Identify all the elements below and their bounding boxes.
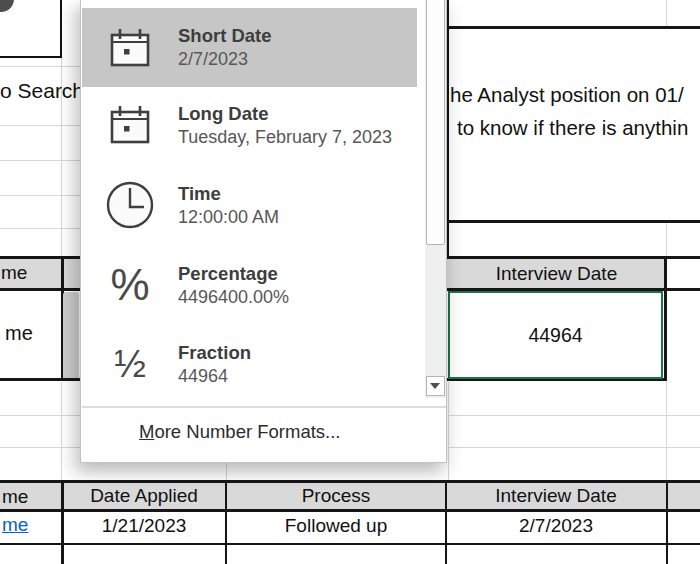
logo-blob xyxy=(0,0,14,12)
menu-item-fraction[interactable]: ½ Fraction 44964 xyxy=(82,326,417,402)
menu-item-label: Fraction xyxy=(178,343,251,363)
gridline xyxy=(0,415,80,416)
gridline xyxy=(448,415,700,416)
menu-item-short-date[interactable]: Short Date 2/7/2023 xyxy=(82,8,417,87)
gridline xyxy=(666,0,667,26)
gridline xyxy=(666,382,667,480)
note-cell-left-border xyxy=(447,0,449,257)
mid-row-name-cell[interactable]: me xyxy=(5,322,33,345)
note-cell-bottom-border xyxy=(447,220,700,223)
menu-item-example: 12:00:00 AM xyxy=(178,207,279,227)
bottom-table-row-border xyxy=(0,543,700,546)
note-cell-top-border xyxy=(447,26,700,29)
menu-item-percentage[interactable]: % Percentage 4496400.00% xyxy=(82,246,417,324)
logo-shape xyxy=(0,0,62,58)
menu-item-example: 44964 xyxy=(178,366,251,386)
bottom-header-name[interactable]: me xyxy=(2,486,28,508)
gridline xyxy=(226,462,227,480)
sheet-title-partial: o Search xyxy=(0,79,84,103)
note-cell[interactable]: he Analyst position on 01/ to know if th… xyxy=(450,78,688,144)
calendar-icon xyxy=(82,26,178,70)
menu-item-time[interactable]: Time 12:00:00 AM xyxy=(82,166,417,244)
scrollbar-down-button[interactable] xyxy=(426,376,445,396)
menu-item-example: 2/7/2023 xyxy=(178,49,272,69)
mid-table-header-cell-interview[interactable]: Interview Date xyxy=(447,259,666,288)
dropdown-scrollbar[interactable] xyxy=(425,0,446,398)
bottom-header-interview-date[interactable]: Interview Date xyxy=(446,483,666,509)
mid-table-header-cell-name[interactable]: me xyxy=(0,259,80,288)
menu-item-label: Time xyxy=(178,184,279,204)
mid-table-bottom-border xyxy=(0,378,80,381)
menu-item-long-date[interactable]: Long Date Tuesday, February 7, 2023 xyxy=(82,86,417,164)
gridline xyxy=(0,447,80,448)
dropdown-shadow-strip xyxy=(63,292,79,378)
gridline xyxy=(61,382,62,480)
selected-cell[interactable]: 44964 xyxy=(448,291,663,379)
note-line-1: he Analyst position on 01/ xyxy=(450,78,688,111)
company-name-link[interactable]: me xyxy=(2,514,28,536)
gridline xyxy=(0,125,80,126)
gridline xyxy=(666,223,667,256)
mid-table-header-bottom-border xyxy=(0,288,80,291)
cell-interview-date[interactable]: 2/7/2023 xyxy=(446,511,666,541)
calendar-icon xyxy=(82,103,178,147)
bottom-header-process[interactable]: Process xyxy=(226,483,446,509)
chevron-down-icon xyxy=(430,383,440,389)
menu-item-example: Tuesday, February 7, 2023 xyxy=(178,127,392,147)
spreadsheet-view: o Search he Analyst position on 01/ to k… xyxy=(0,0,700,564)
fraction-glyph: ½ xyxy=(114,344,146,384)
percent-glyph: % xyxy=(110,263,149,307)
scrollbar-thumb[interactable] xyxy=(426,0,445,245)
more-number-formats-item[interactable]: More Number Formats... xyxy=(139,418,341,446)
note-line-2: to know if there is anythin xyxy=(457,111,688,144)
menu-item-label: Short Date xyxy=(178,26,272,46)
selected-cell-value: 44964 xyxy=(528,324,582,347)
cell-process[interactable]: Followed up xyxy=(226,511,446,541)
gridline xyxy=(0,66,80,67)
gridline xyxy=(0,195,80,196)
footer-label: ore Number Formats... xyxy=(154,421,340,443)
gridline xyxy=(448,447,700,448)
percent-icon: % xyxy=(82,263,178,307)
clock-icon xyxy=(82,180,178,230)
mid-table-right-border xyxy=(664,256,667,381)
menu-divider xyxy=(82,406,446,408)
gridline xyxy=(448,382,449,480)
number-format-dropdown: Short Date 2/7/2023 Long Date Tuesday, F… xyxy=(80,0,447,463)
menu-item-label: Long Date xyxy=(178,104,392,124)
fraction-icon: ½ xyxy=(82,344,178,384)
bottom-header-date-applied[interactable]: Date Applied xyxy=(34,483,254,509)
menu-item-example: 4496400.00% xyxy=(178,287,289,307)
mid-header-name-label: me xyxy=(1,262,27,284)
gridline xyxy=(0,228,80,229)
gridline xyxy=(0,160,80,161)
cell-date-applied[interactable]: 1/21/2023 xyxy=(34,511,254,541)
menu-item-label: Percentage xyxy=(178,264,289,284)
footer-accelerator: M xyxy=(139,421,154,443)
mid-header-interview-label: Interview Date xyxy=(496,263,617,285)
